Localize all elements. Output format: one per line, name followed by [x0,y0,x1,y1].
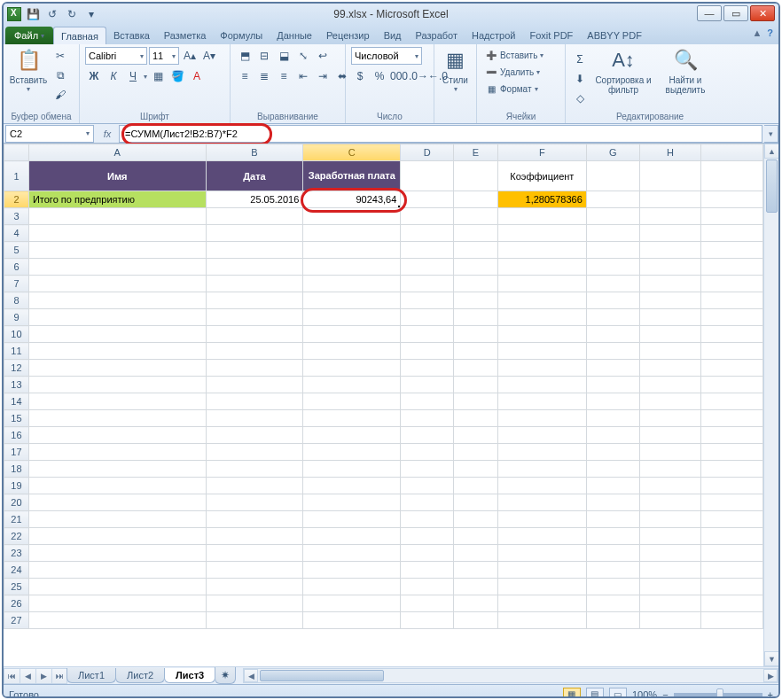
grid-cell[interactable] [639,511,701,528]
grid-cell[interactable] [454,528,498,545]
cell-F2[interactable]: 1,280578366 [497,191,586,208]
grid-cell[interactable] [454,461,498,478]
grid-cell[interactable] [206,461,303,478]
tab-data[interactable]: Данные [270,27,319,44]
grid-cell[interactable] [497,444,586,461]
align-left-icon[interactable]: ≡ [236,67,254,85]
grid-cell[interactable] [303,528,401,545]
grid-cell[interactable] [206,309,303,326]
grid-cell[interactable] [639,276,701,292]
sort-filter-button[interactable]: A↕ Сортировка и фильтр [592,47,654,95]
grid-cell[interactable] [639,326,701,343]
grid-cell[interactable] [639,562,701,579]
row-header-18[interactable]: 18 [4,461,29,478]
new-sheet-button[interactable]: ✷ [215,667,236,684]
font-color-icon[interactable]: A [188,67,206,85]
qat-customize-icon[interactable]: ▾ [83,6,99,22]
grid-cell[interactable] [303,612,401,629]
grid-cell[interactable] [586,242,639,259]
window-close-button[interactable]: ✕ [750,5,775,21]
increase-indent-icon[interactable]: ⇥ [314,67,332,85]
grid-cell[interactable] [586,612,639,629]
zoom-slider[interactable] [674,693,762,696]
grid-cell[interactable] [639,494,701,511]
grid-cell[interactable] [28,208,206,225]
qat-redo-icon[interactable]: ↻ [64,6,80,22]
grid-cell[interactable] [497,579,586,595]
horizontal-scrollbar[interactable]: ◀ ▶ [243,668,778,683]
grid-cell[interactable] [28,259,206,276]
grid-cell[interactable] [497,528,586,545]
cell-C1[interactable]: Заработная плата [303,161,401,191]
grid-cell[interactable] [401,208,454,225]
grid-cell[interactable] [454,292,498,309]
clear-icon[interactable]: ◇ [571,89,589,107]
vscroll-thumb[interactable] [766,159,778,213]
select-all-button[interactable] [4,144,29,161]
row-header-3[interactable]: 3 [4,208,29,225]
grid-cell[interactable] [401,309,454,326]
grid-cell[interactable] [586,377,639,393]
cell-D2[interactable] [401,191,454,208]
scroll-left-icon[interactable]: ◀ [244,669,258,682]
grid-cell[interactable] [206,292,303,309]
grid-cell[interactable] [401,528,454,545]
qat-save-icon[interactable]: 💾 [25,6,41,22]
tab-abbyy-pdf[interactable]: ABBYY PDF [580,27,649,44]
cell-C2[interactable]: 90243,64 [303,191,401,208]
grid-cell[interactable] [701,494,763,511]
grid-cell[interactable] [303,461,401,478]
formula-bar[interactable]: =СУММ(Лист2!B2:B7)*F2 [119,125,762,143]
font-name-combo[interactable]: Calibri ▾ [85,47,147,65]
grid-cell[interactable] [497,612,586,629]
grid-cell[interactable] [586,494,639,511]
grid-cell[interactable] [303,259,401,276]
row-header-15[interactable]: 15 [4,410,29,427]
hscroll-thumb[interactable] [260,670,384,681]
grid-cell[interactable] [206,326,303,343]
row-header-21[interactable]: 21 [4,511,29,528]
grid-cell[interactable] [497,326,586,343]
cell-F1[interactable]: Коэффициент [497,161,586,191]
grid-cell[interactable] [28,427,206,444]
grid-cell[interactable] [701,225,763,242]
grid-cell[interactable] [639,309,701,326]
grid-cell[interactable] [454,276,498,292]
row-header-22[interactable]: 22 [4,528,29,545]
cells-delete-button[interactable]: ➖ Удалить ▾ [482,64,543,80]
file-tab[interactable]: Файл ▾ [5,27,53,44]
row-header-23[interactable]: 23 [4,545,29,562]
row-header-8[interactable]: 8 [4,292,29,309]
grid-cell[interactable] [401,562,454,579]
grid-cell[interactable] [206,225,303,242]
align-center-icon[interactable]: ≣ [255,67,273,85]
grid-cell[interactable] [454,343,498,360]
zoom-in-button[interactable]: + [768,689,773,699]
grid-cell[interactable] [206,393,303,410]
grid-cell[interactable] [639,377,701,393]
col-header-D[interactable]: D [401,144,454,161]
grid-cell[interactable] [586,511,639,528]
col-header-A[interactable]: A [28,144,206,161]
grid-cell[interactable] [401,461,454,478]
grid-cell[interactable] [206,444,303,461]
align-top-icon[interactable]: ⬒ [236,47,254,65]
grid-cell[interactable] [701,410,763,427]
grid-cell[interactable] [639,427,701,444]
grid-cell[interactable] [28,292,206,309]
grid-cell[interactable] [586,427,639,444]
tab-developer[interactable]: Разработ [409,27,465,44]
grid-cell[interactable] [639,292,701,309]
col-header-B[interactable]: B [206,144,303,161]
wrap-text-icon[interactable]: ↩ [314,47,332,65]
align-right-icon[interactable]: ≡ [275,67,293,85]
cell-E2[interactable] [454,191,498,208]
grid-cell[interactable] [401,393,454,410]
styles-button[interactable]: ▦ Стили ▾ [440,47,471,93]
grid-cell[interactable] [206,259,303,276]
grid-cell[interactable] [401,360,454,377]
align-middle-icon[interactable]: ⊟ [255,47,273,65]
find-select-button[interactable]: 🔍 Найти и выделить [658,47,713,95]
grid-cell[interactable] [586,478,639,494]
view-page-layout-icon[interactable]: ▤ [586,688,604,699]
